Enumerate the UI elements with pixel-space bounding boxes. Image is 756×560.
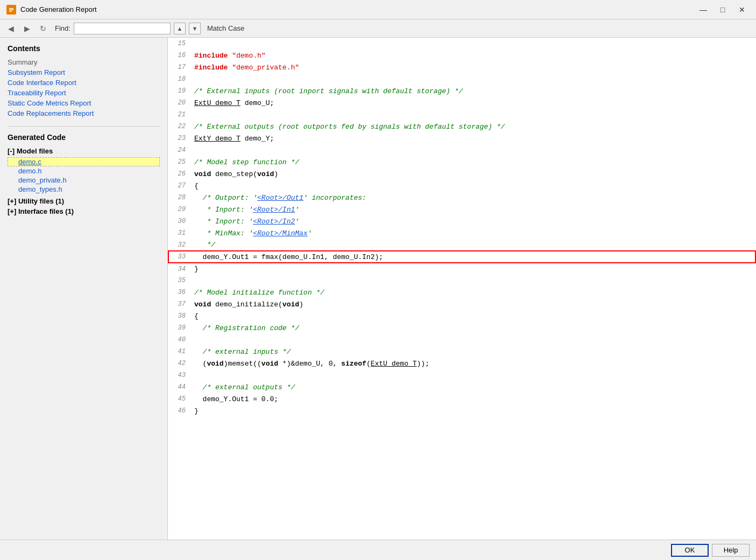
find-label: Find: [55, 24, 70, 32]
window-controls: — □ ✕ [696, 4, 750, 15]
bottom-bar: OK Help [0, 540, 756, 560]
svg-rect-1 [9, 8, 13, 9]
model-files-header[interactable]: [-] Model files [8, 147, 160, 155]
table-row: 16#include "demo.h" [168, 50, 755, 61]
main-content: Contents Summary Subsystem Report Code I… [0, 38, 756, 540]
nav-link-code-interface[interactable]: Code Interface Report [8, 79, 160, 87]
interface-files-toggle: [+] [8, 207, 16, 215]
line-code: { [190, 310, 755, 322]
line-number: 30 [168, 215, 190, 227]
utility-files-label: Utility files (1) [18, 197, 64, 205]
line-number: 15 [168, 38, 190, 50]
table-row: 43 [168, 369, 755, 381]
line-number: 43 [168, 369, 190, 381]
line-number: 32 [168, 239, 190, 251]
file-demo-h[interactable]: demo.h [8, 166, 160, 176]
table-row: 45 demo_Y.Out1 = 0.0; [168, 393, 755, 405]
line-number: 28 [168, 192, 190, 204]
line-code: #include "demo_private.h" [190, 61, 755, 73]
summary-link: Summary [8, 58, 160, 66]
table-row: 26void demo_step(void) [168, 168, 755, 180]
nav-link-traceability[interactable]: Traceability Report [8, 89, 160, 97]
line-code: /* external outputs */ [190, 381, 755, 393]
find-input[interactable] [74, 23, 171, 34]
line-code [190, 369, 755, 381]
svg-rect-2 [9, 9, 13, 10]
line-number: 42 [168, 358, 190, 369]
line-code: /* Outport: '<Root>/Out1' incorporates: [190, 192, 755, 204]
table-row: 32 */ [168, 239, 755, 251]
svg-rect-3 [9, 11, 12, 12]
table-row: 21 [168, 109, 755, 121]
sidebar-divider [8, 126, 160, 127]
line-code: demo_Y.Out1 = fmax(demo_U.In1, demo_U.In… [190, 251, 755, 263]
forward-button[interactable]: ▶ [20, 22, 33, 35]
back-button[interactable]: ◀ [4, 22, 17, 35]
ok-button[interactable]: OK [671, 544, 709, 557]
line-number: 39 [168, 322, 190, 334]
model-files-toggle: [-] [8, 147, 15, 155]
window-title: Code Generation Report [20, 5, 97, 13]
table-row: 20ExtU_demo_T demo_U; [168, 97, 755, 109]
model-files-label: Model files [17, 147, 53, 155]
line-number: 16 [168, 50, 190, 61]
table-row: 27{ [168, 180, 755, 192]
line-code: */ [190, 239, 755, 251]
table-row: 19/* External inputs (root inport signal… [168, 85, 755, 97]
interface-files-label: Interface files (1) [18, 207, 74, 215]
app-icon [6, 5, 16, 15]
line-code: #include "demo.h" [190, 50, 755, 61]
line-number: 24 [168, 144, 190, 156]
table-row: 23ExtY_demo_T demo_Y; [168, 132, 755, 144]
line-number: 31 [168, 227, 190, 239]
line-code: void demo_step(void) [190, 168, 755, 180]
file-demo-private-h[interactable]: demo_private.h [8, 176, 160, 185]
line-code [190, 38, 755, 50]
minimize-button[interactable]: — [696, 4, 711, 15]
nav-link-static-metrics[interactable]: Static Code Metrics Report [8, 99, 160, 107]
line-code [190, 334, 755, 346]
code-area[interactable]: 1516#include "demo.h"17#include "demo_pr… [168, 38, 756, 540]
nav-link-subsystem[interactable]: Subsystem Report [8, 68, 160, 76]
interface-files-section[interactable]: [+] Interface files (1) [8, 207, 160, 215]
table-row: 18 [168, 73, 755, 85]
line-code: /* Model step function */ [190, 156, 755, 168]
line-code: /* Registration code */ [190, 322, 755, 334]
toolbar: ◀ ▶ ↻ Find: ▲ ▼ Match Case [0, 19, 756, 38]
table-row: 31 * MinMax: '<Root>/MinMax' [168, 227, 755, 239]
line-code: /* External inputs (root inport signals … [190, 85, 755, 97]
table-row: 36/* Model initialize function */ [168, 286, 755, 298]
line-number: 41 [168, 346, 190, 358]
line-code: } [190, 263, 755, 275]
table-row: 44 /* external outputs */ [168, 381, 755, 393]
line-number: 20 [168, 97, 190, 109]
sidebar: Contents Summary Subsystem Report Code I… [0, 38, 168, 540]
table-row: 22/* External outputs (root outports fed… [168, 121, 755, 132]
utility-files-toggle: [+] [8, 197, 16, 205]
find-up-button[interactable]: ▲ [174, 23, 186, 34]
refresh-button[interactable]: ↻ [37, 22, 50, 35]
line-number: 44 [168, 381, 190, 393]
table-row: 46} [168, 405, 755, 417]
line-number: 23 [168, 132, 190, 144]
line-number: 25 [168, 156, 190, 168]
line-number: 29 [168, 204, 190, 215]
help-button[interactable]: Help [712, 544, 750, 557]
line-number: 34 [168, 263, 190, 275]
close-button[interactable]: ✕ [734, 4, 750, 15]
table-row: 15 [168, 38, 755, 50]
line-number: 40 [168, 334, 190, 346]
contents-title: Contents [8, 44, 160, 53]
file-demo-c[interactable]: demo.c [8, 157, 160, 166]
nav-link-code-replacements[interactable]: Code Replacements Report [8, 109, 160, 117]
line-code: * Inport: '<Root>/In1' [190, 204, 755, 215]
utility-files-section[interactable]: [+] Utility files (1) [8, 197, 160, 205]
maximize-button[interactable]: □ [715, 4, 730, 15]
line-number: 46 [168, 405, 190, 417]
table-row: 41 /* external inputs */ [168, 346, 755, 358]
file-demo-types-h[interactable]: demo_types.h [8, 185, 160, 194]
table-row: 35 [168, 275, 755, 286]
line-code [190, 73, 755, 85]
find-down-button[interactable]: ▼ [189, 23, 201, 34]
line-number: 45 [168, 393, 190, 405]
